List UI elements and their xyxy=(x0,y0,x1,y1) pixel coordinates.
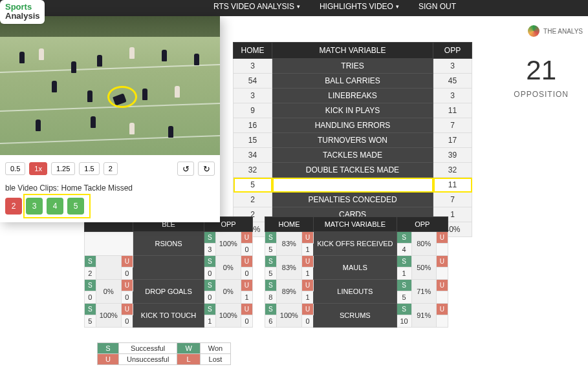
table-row[interactable]: S89%ULINEOUTSS71%U xyxy=(265,280,448,291)
opposition-score-block: 21 OPPOSITION xyxy=(514,55,569,99)
chevron-down-icon: ▾ xyxy=(396,3,399,10)
cell-opp: 11 xyxy=(433,103,472,118)
speed-0-5[interactable]: 0.5 xyxy=(5,162,25,175)
cell-home: 16 xyxy=(234,118,272,133)
speed-1x[interactable]: 1x xyxy=(29,162,47,175)
right-sub-table: HOME MATCH VARIABLE OPP S83%UKICK OFFS R… xyxy=(265,216,448,328)
footer-logo-icon xyxy=(528,25,539,37)
brand-line2: Analysis xyxy=(5,12,39,21)
left-sub-table: BLE OPP RSIONSS100%U30SUS0%U2000S0%UDROP… xyxy=(84,216,253,328)
legend-unsuccessful: Unsuccessful xyxy=(118,354,177,365)
playback-speed-row: 0.5 1x 1.25 1.5 2 ↺ ↻ xyxy=(0,155,220,181)
cell-variable: MAULS xyxy=(314,256,397,280)
table-row[interactable]: 34 TACKLES MADE 39 xyxy=(234,148,472,163)
col-opp: OPP xyxy=(397,217,448,232)
brand-line1: Sports xyxy=(5,3,39,12)
cell-home: 2 xyxy=(234,193,272,207)
clip-3[interactable]: 3 xyxy=(26,198,43,215)
cell-variable: LINEBREAKS xyxy=(272,89,433,103)
chevron-down-icon: ▾ xyxy=(297,3,300,10)
table-row[interactable]: 5 TACKLES MISSED 11 xyxy=(234,178,472,193)
cell-variable: SCRUMS xyxy=(314,304,397,328)
cell-opp: 7 xyxy=(433,193,472,207)
legend-lost: Lost xyxy=(200,354,230,365)
brand-logo[interactable]: Sports Analysis xyxy=(0,0,45,24)
video-panel: 0.5 1x 1.25 1.5 2 ↺ ↻ ble Video Clips: H… xyxy=(0,16,220,222)
cell-variable: LINEOUTS xyxy=(314,280,397,304)
cell-opp: 3 xyxy=(433,59,472,74)
cell-variable: DOUBLE TACKLES MADE xyxy=(272,163,433,178)
table-row[interactable]: 16 HANDLING ERRORS 7 xyxy=(234,118,472,133)
cell-home: 54 xyxy=(234,74,272,89)
video-player[interactable] xyxy=(0,16,220,155)
legend-l: L xyxy=(177,354,200,365)
col-home: HOME xyxy=(265,217,314,232)
cell-opp: 32 xyxy=(433,163,472,178)
redo-button[interactable]: ↻ xyxy=(198,162,215,176)
cell-variable: RSIONS xyxy=(133,232,204,256)
cell-opp: 39 xyxy=(433,148,472,163)
cell-home: 3 xyxy=(234,59,272,74)
table-row[interactable]: 9 KICK IN PLAYS 11 xyxy=(234,103,472,118)
legend-table: S Successful W Won U Unsuccessful L Lost xyxy=(97,342,231,365)
undo-button[interactable]: ↺ xyxy=(177,162,194,176)
clip-4[interactable]: 4 xyxy=(47,198,63,215)
cell-variable: KICK OFFS RECEIVED xyxy=(314,232,397,256)
cell-opp: 17 xyxy=(433,133,472,148)
cell-variable: KICK TO TOUCH xyxy=(133,304,204,328)
opposition-score: 21 xyxy=(514,55,569,86)
table-row[interactable]: 15 TURNOVERS WON 17 xyxy=(234,133,472,148)
cell-variable: TACKLES MISSED xyxy=(272,178,433,193)
cell-home: 5 xyxy=(234,178,272,193)
col-match-variable: MATCH VARIABLE xyxy=(314,217,397,232)
table-row[interactable]: RSIONSS100%U xyxy=(85,232,253,244)
nav-sign-out[interactable]: SIGN OUT xyxy=(419,0,456,13)
cell-variable: TURNOVERS WON xyxy=(272,133,433,148)
cell-variable: KICK IN PLAYS xyxy=(272,103,433,118)
cell-opp: 45 xyxy=(433,74,472,89)
table-row[interactable]: S83%UMAULSS50%U xyxy=(265,256,448,267)
table-row[interactable]: 3 LINEBREAKS 3 xyxy=(234,89,472,103)
cell-opp: 7 xyxy=(433,118,472,133)
table-row[interactable]: S0%UDROP GOALSS0%U xyxy=(85,280,253,291)
cell-home: 3 xyxy=(234,89,272,103)
clip-5[interactable]: 5 xyxy=(67,198,84,215)
cell-variable xyxy=(133,256,204,280)
clip-2[interactable]: 2 xyxy=(5,198,22,215)
table-row[interactable]: S100%USCRUMSS91%U xyxy=(265,304,448,315)
legend-s: S xyxy=(98,343,119,354)
clips-label: ble Video Clips: Home Tackle Missed xyxy=(0,181,220,198)
cell-home: 9 xyxy=(234,103,272,118)
table-row[interactable]: S100%UKICK TO TOUCHS100%U xyxy=(85,304,253,315)
table-row[interactable]: SUS0%U xyxy=(85,256,253,267)
table-row[interactable]: 32 DOUBLE TACKLES MADE 32 xyxy=(234,163,472,178)
opposition-label: OPPOSITION xyxy=(514,90,569,99)
match-variable-table: HOME MATCH VARIABLE OPP 3 TRIES 354 BALL… xyxy=(233,42,472,237)
legend-successful: Successful xyxy=(118,343,177,354)
col-match-variable: MATCH VARIABLE xyxy=(272,43,433,59)
footer-logo: THE ANALYS xyxy=(528,25,583,37)
table-row[interactable]: 2 PENALTIES CONCEDED 7 xyxy=(234,193,472,207)
speed-1-5[interactable]: 1.5 xyxy=(79,162,99,175)
cell-opp: 3 xyxy=(433,89,472,103)
top-navbar: RTS VIDEO ANALYSIS▾ HIGHLIGHTS VIDEO▾ SI… xyxy=(0,0,588,16)
cell-variable: TACKLES MADE xyxy=(272,148,433,163)
legend-won: Won xyxy=(200,343,230,354)
legend-u: U xyxy=(98,354,119,365)
clips-row: 2 3 4 5 xyxy=(0,198,220,215)
col-home: HOME xyxy=(234,43,272,59)
redo-icon: ↻ xyxy=(203,164,210,174)
col-opp: OPP xyxy=(433,43,472,59)
nav-video-analysis[interactable]: RTS VIDEO ANALYSIS▾ xyxy=(213,0,300,13)
speed-2[interactable]: 2 xyxy=(103,162,118,175)
table-row[interactable]: S83%UKICK OFFS RECEIVEDS80%U xyxy=(265,232,448,244)
cell-variable: BALL CARRIES xyxy=(272,74,433,89)
table-row[interactable]: 3 TRIES 3 xyxy=(234,59,472,74)
table-row[interactable]: 54 BALL CARRIES 45 xyxy=(234,74,472,89)
speed-1-25[interactable]: 1.25 xyxy=(51,162,75,175)
cell-home: 32 xyxy=(234,163,272,178)
highlight-ring-icon xyxy=(107,86,137,108)
cell-home: 34 xyxy=(234,148,272,163)
cell-variable: HANDLING ERRORS xyxy=(272,118,433,133)
nav-highlights-video[interactable]: HIGHLIGHTS VIDEO▾ xyxy=(320,0,399,13)
